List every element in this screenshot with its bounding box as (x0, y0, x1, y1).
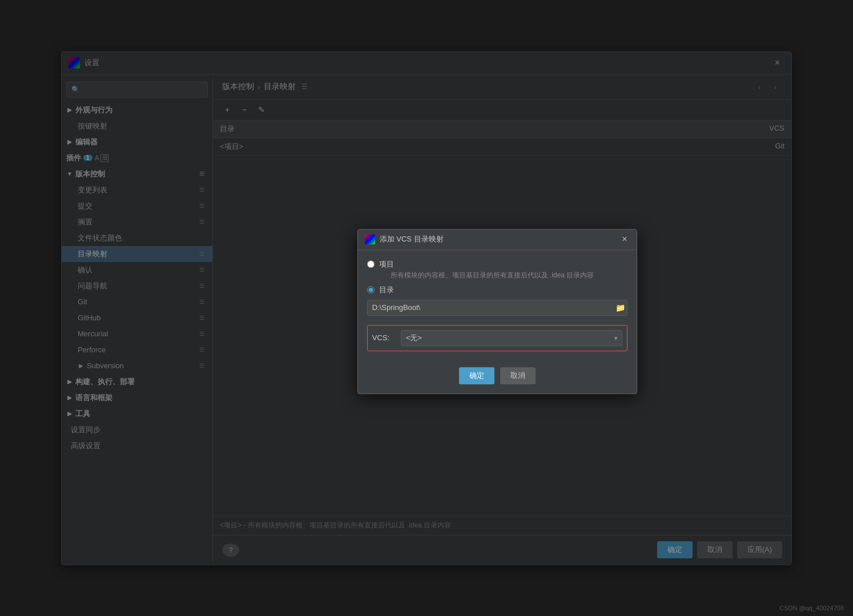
dialog-app-icon (365, 234, 375, 244)
dir-input-wrap: 📁 (367, 300, 627, 316)
chevron-right-icon: ▶ (66, 139, 73, 146)
sidebar-icon-commit: ☰ (198, 202, 206, 210)
sidebar-item-tools[interactable]: ▶ 工具 (62, 406, 212, 422)
sidebar-icon-issue-nav: ☰ (198, 282, 206, 290)
table-header: 目录 VCS (213, 120, 791, 138)
chevron-right-icon-build: ▶ (66, 379, 73, 385)
sidebar-item-subversion[interactable]: ▶ Subversion ☰ (62, 358, 212, 374)
sidebar-icon-confirm: ☰ (198, 266, 206, 274)
col-header-vcs: VCS (716, 124, 784, 134)
sidebar-item-label: 问题导航 (78, 281, 107, 291)
sidebar-item-editor[interactable]: ▶ 编辑器 (62, 134, 212, 150)
dialog-footer: 确定 取消 (358, 360, 637, 393)
sidebar-item-label: 提交 (78, 201, 92, 211)
radio-dir-row: 目录 (367, 285, 627, 295)
app-icon (69, 57, 80, 69)
close-button[interactable]: × (770, 55, 784, 70)
sidebar-item-settings-sync[interactable]: 设置同步 (62, 422, 212, 438)
sidebar-item-appearance[interactable]: ▶ 外观与行为 (62, 102, 212, 118)
radio-project-row: 项目 所有模块的内容根、项目基目录的所有直接后代以及 .idea 目录内容 (367, 259, 627, 280)
sidebar-item-label: 插件 (66, 153, 81, 163)
panel-header: 版本控制 › 目录映射 ☰ ‹ › (213, 75, 791, 100)
sidebar-item-perforce[interactable]: Perforce ☰ (62, 342, 212, 358)
sidebar-item-confirm[interactable]: 确认 ☰ (62, 262, 212, 278)
vcs-select-wrap: <无> Git Mercurial Perforce Subversion ▼ (401, 330, 622, 346)
radio-dir[interactable] (367, 286, 375, 293)
sidebar-item-label: Git (78, 297, 87, 306)
dialog-close-button[interactable]: × (619, 234, 629, 244)
sidebar-item-label: Perforce (78, 345, 106, 354)
chevron-right-icon: ▶ (66, 107, 73, 114)
footer-hint-text: <项目> - 所有模块的内容根、项目基目录的所有直接后代以及 .idea 目录内… (220, 521, 451, 529)
sidebar-item-label: 构建、执行、部署 (75, 377, 135, 387)
radio-project-label: 项目 (379, 259, 594, 269)
remove-mapping-button[interactable]: − (237, 102, 252, 117)
sidebar-item-lang[interactable]: ▶ 语言和框架 (62, 390, 212, 406)
sidebar-item-file-status[interactable]: 文件状态颜色 (62, 230, 212, 246)
sidebar-item-shelf[interactable]: 搁置 ☰ (62, 214, 212, 230)
breadcrumb-parent[interactable]: 版本控制 (222, 82, 254, 92)
sidebar-item-label: 工具 (75, 409, 90, 419)
nav-back-button[interactable]: ‹ (753, 80, 766, 94)
search-icon: 🔍 (71, 86, 80, 94)
dir-input[interactable] (367, 300, 627, 316)
radio-group: 项目 所有模块的内容根、项目基目录的所有直接后代以及 .idea 目录内容 目录… (367, 259, 627, 316)
sidebar-item-advanced[interactable]: 高级设置 (62, 438, 212, 454)
radio-project[interactable] (367, 260, 375, 268)
sidebar-item-label: 语言和框架 (75, 393, 112, 403)
panel-footer: <项目> - 所有模块的内容根、项目基目录的所有直接后代以及 .idea 目录内… (213, 516, 791, 535)
sidebar-item-plugins[interactable]: 插件 1 A ☰ (62, 150, 212, 166)
sidebar-item-label: 确认 (78, 265, 92, 275)
ok-button[interactable]: 确定 (657, 541, 693, 558)
sidebar-item-label: 设置同步 (71, 425, 100, 435)
sidebar-item-vcs[interactable]: ▼ 版本控制 ☰ (62, 166, 212, 182)
sidebar-item-keymap[interactable]: 按键映射 (62, 118, 212, 134)
sidebar-item-label: 文件状态颜色 (78, 233, 122, 243)
help-button[interactable]: ? (222, 543, 239, 557)
nav-forward-button[interactable]: › (768, 80, 782, 94)
sidebar-item-commit[interactable]: 提交 ☰ (62, 198, 212, 214)
sidebar-item-build[interactable]: ▶ 构建、执行、部署 (62, 374, 212, 390)
apply-button[interactable]: 应用(A) (737, 541, 782, 558)
sidebar-item-label: 变更列表 (78, 185, 107, 195)
plugins-lang-icon: A (95, 154, 100, 162)
add-mapping-button[interactable]: + (220, 102, 235, 117)
dialog-ok-button[interactable]: 确定 (459, 367, 494, 384)
bottom-left: ? (222, 543, 239, 557)
col-header-dir: 目录 (220, 124, 716, 134)
sidebar-item-dir-mapping[interactable]: 目录映射 ☰ (62, 246, 212, 262)
table-row[interactable]: <项目> Git (213, 138, 791, 156)
dialog-cancel-button[interactable]: 取消 (500, 367, 536, 384)
sidebar-item-mercurial[interactable]: Mercurial ☰ (62, 326, 212, 342)
cancel-button[interactable]: 取消 (697, 541, 733, 558)
sidebar-item-label: Mercurial (78, 329, 108, 338)
toolbar: + − ✎ (213, 100, 791, 120)
breadcrumb-menu-icon[interactable]: ☰ (301, 83, 308, 91)
breadcrumb-separator: › (257, 82, 260, 91)
bottom-right: 确定 取消 应用(A) (657, 541, 782, 558)
sidebar-item-label: 外观与行为 (75, 105, 112, 115)
edit-mapping-button[interactable]: ✎ (254, 102, 269, 117)
sidebar-icon-git: ☰ (198, 298, 206, 306)
sidebar-icon-changelist: ☰ (198, 186, 206, 194)
sidebar-item-label: GitHub (78, 313, 100, 322)
sidebar-item-label: Subversion (87, 361, 124, 370)
vcs-select[interactable]: <无> Git Mercurial Perforce Subversion (401, 330, 622, 346)
window-title: 设置 (85, 58, 770, 68)
sidebar: 🔍 ▶ 外观与行为 按键映射 ▶ 编辑器 插件 1 A ☰ (62, 75, 213, 565)
search-box[interactable]: 🔍 (66, 82, 208, 98)
sidebar-item-label: 编辑器 (75, 137, 98, 147)
breadcrumb-current: 目录映射 (264, 82, 296, 92)
sidebar-item-issue-nav[interactable]: 问题导航 ☰ (62, 278, 212, 294)
table-cell-vcs: Git (716, 142, 784, 152)
breadcrumb: 版本控制 › 目录映射 ☰ (222, 82, 753, 92)
title-bar: 设置 × (62, 52, 791, 75)
dialog-title-bar: 添加 VCS 目录映射 × (358, 230, 637, 250)
watermark: CSDN @qq_40024708 (779, 605, 844, 611)
search-input[interactable] (82, 85, 203, 94)
dir-browse-icon[interactable]: 📁 (615, 303, 625, 312)
sidebar-item-github[interactable]: GitHub ☰ (62, 310, 212, 326)
sidebar-icon-perforce: ☰ (198, 346, 206, 354)
sidebar-item-changelist[interactable]: 变更列表 ☰ (62, 182, 212, 198)
sidebar-item-git[interactable]: Git ☰ (62, 294, 212, 310)
